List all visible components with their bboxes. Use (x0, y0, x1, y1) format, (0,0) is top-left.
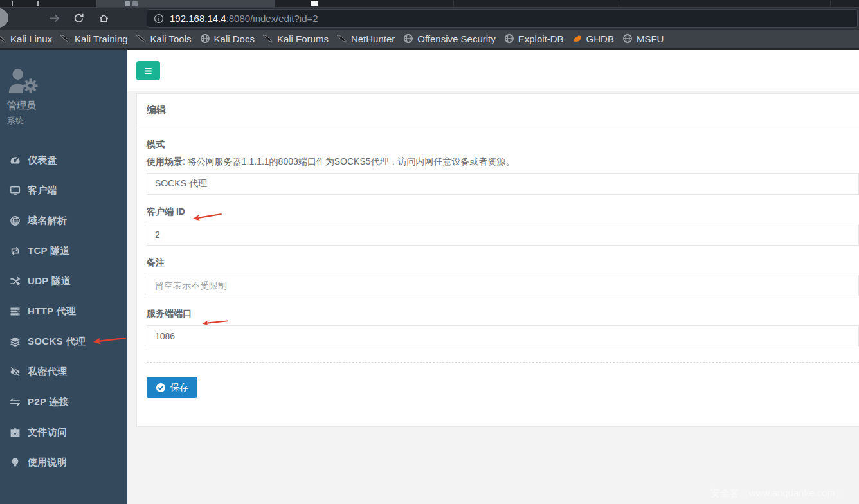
bookmark-kali-linux[interactable]: Kali Linux (0, 33, 52, 44)
bookmark-kali-training[interactable]: Kali Training (60, 33, 128, 44)
bookmark-label: MSFU (637, 33, 664, 44)
main-content: 编辑 模式 使用场景: 将公网服务器1.1.1.1的8003端口作为SOCKS5… (127, 50, 859, 504)
tab-title-fragment (12, 1, 13, 6)
bookmark-label: Exploit-DB (518, 33, 564, 44)
page-favicon-icon (311, 1, 318, 6)
sidebar-item-help[interactable]: 使用说明 (0, 447, 127, 478)
sidebar-item-label: HTTP 代理 (28, 305, 76, 318)
sidebar-item-udp-tunnel[interactable]: UDP 隧道 (0, 266, 127, 296)
tab-icon (132, 1, 138, 6)
eye-slash-icon (8, 366, 22, 377)
active-tab[interactable] (96, 0, 275, 7)
kali-dragon-icon (337, 33, 347, 44)
bird-icon (572, 33, 583, 44)
back-button[interactable] (0, 8, 8, 28)
sidebar-item-socks-proxy[interactable]: SOCKS 代理 (0, 327, 127, 357)
edit-form: 模式 使用场景: 将公网服务器1.1.1.1的8003端口作为SOCKS5代理，… (137, 125, 859, 426)
bookmark-nethunter[interactable]: NetHunter (337, 33, 395, 44)
sidebar-item-domains[interactable]: 域名解析 (0, 206, 127, 236)
kali-dragon-icon (60, 33, 71, 44)
bookmark-label: Kali Docs (214, 33, 255, 44)
briefcase-icon (8, 427, 22, 438)
user-gear-icon (7, 68, 127, 94)
usage-description-text: : 将公网服务器1.1.1.1的8003端口作为SOCKS5代理，访问内网任意设… (183, 156, 515, 166)
browser-tab-bar (0, 0, 859, 8)
tab-divider (830, 1, 831, 6)
globe-icon (622, 33, 633, 44)
sidebar-item-tcp-tunnel[interactable]: TCP 隧道 (0, 236, 127, 266)
home-icon (98, 13, 109, 24)
desktop-icon (8, 185, 22, 196)
sidebar-nav: 仪表盘客户端域名解析TCP 隧道UDP 隧道HTTP 代理SOCKS 代理私密代… (0, 145, 127, 478)
sidebar-item-label: TCP 隧道 (28, 245, 70, 257)
tab-title-fragment (37, 1, 39, 6)
sidebar-item-label: P2P 连接 (28, 396, 69, 408)
server-port-label: 服务端端口 (147, 308, 859, 320)
server-port-input[interactable] (147, 325, 859, 347)
bookmark-exploit-db[interactable]: Exploit-DB (504, 33, 564, 44)
bookmark-label: Kali Tools (150, 33, 192, 44)
watermark: 安全客（www.anquanke.com） (710, 487, 845, 500)
tab-icon (125, 1, 130, 6)
remark-label: 备注 (147, 257, 859, 269)
panel-title: 编辑 (137, 94, 859, 125)
bookmark-msfu[interactable]: MSFU (622, 33, 664, 44)
bookmarks-bar: Kali LinuxKali TrainingKali ToolsKali Do… (0, 30, 859, 50)
globe-wire-icon (8, 215, 22, 226)
check-circle-icon (156, 382, 166, 393)
bookmark-label: Kali Training (75, 33, 128, 44)
sidebar-item-label: 私密代理 (28, 366, 67, 378)
mode-select[interactable]: SOCKS 代理 (147, 173, 859, 195)
url-path: :8080/index/edit?id=2 (226, 13, 318, 24)
sidebar-item-label: UDP 隧道 (28, 275, 71, 287)
client-id-input[interactable] (147, 224, 859, 246)
bookmark-label: Kali Forums (277, 33, 329, 44)
save-button-label: 保存 (170, 382, 188, 393)
bookmark-kali-forums[interactable]: Kali Forums (263, 33, 329, 44)
sidebar: 管理员 系统 仪表盘客户端域名解析TCP 隧道UDP 隧道HTTP 代理SOCK… (0, 50, 127, 504)
sidebar-item-private-proxy[interactable]: 私密代理 (0, 357, 127, 387)
sidebar-item-label: 客户端 (28, 184, 57, 197)
bookmark-offensive-security[interactable]: Offensive Security (403, 33, 495, 44)
bookmark-label: NetHunter (351, 33, 395, 44)
sidebar-item-dashboard[interactable]: 仪表盘 (0, 145, 127, 176)
site-info-icon[interactable] (154, 14, 164, 24)
sidebar-item-label: 域名解析 (28, 215, 67, 227)
kali-dragon-icon (263, 33, 273, 44)
usage-description-bold: 使用场景 (147, 156, 183, 166)
tab-divider (619, 1, 619, 6)
bookmark-kali-docs[interactable]: Kali Docs (200, 33, 255, 44)
globe-icon (504, 33, 514, 44)
sidebar-item-clients[interactable]: 客户端 (0, 176, 127, 206)
browser-toolbar: 192.168.14.4:8080/index/edit?id=2 (0, 8, 859, 30)
reload-button[interactable] (73, 12, 84, 24)
form-divider (147, 362, 859, 363)
forward-icon (49, 13, 60, 24)
address-bar[interactable]: 192.168.14.4:8080/index/edit?id=2 (147, 9, 858, 28)
bookmark-label: Offensive Security (417, 33, 495, 44)
sidebar-item-file-access[interactable]: 文件访问 (0, 417, 127, 447)
user-name: 管理员 (7, 100, 127, 112)
sidebar-item-http-proxy[interactable]: HTTP 代理 (0, 296, 127, 327)
reload-icon (73, 13, 84, 24)
remark-input[interactable] (147, 274, 859, 296)
layers-icon (8, 336, 22, 347)
home-button[interactable] (98, 12, 109, 24)
edit-panel: 编辑 模式 使用场景: 将公网服务器1.1.1.1的8003端口作为SOCKS5… (136, 93, 859, 427)
bookmark-ghdb[interactable]: GHDB (572, 33, 614, 44)
save-button[interactable]: 保存 (147, 377, 197, 398)
server-icon (8, 306, 22, 317)
hamburger-icon (143, 66, 153, 76)
tab-divider (453, 1, 454, 6)
sidebar-toggle-button[interactable] (136, 61, 160, 80)
bookmark-kali-tools[interactable]: Kali Tools (136, 33, 192, 44)
lightbulb-icon (8, 457, 22, 468)
client-id-label: 客户端 ID (147, 206, 859, 218)
mode-select-value: SOCKS 代理 (155, 178, 207, 190)
globe-icon (403, 33, 413, 44)
sidebar-item-label: 使用说明 (28, 456, 67, 469)
usage-description: 使用场景: 将公网服务器1.1.1.1的8003端口作为SOCKS5代理，访问内… (147, 156, 859, 168)
sidebar-item-p2p[interactable]: P2P 连接 (0, 387, 127, 417)
forward-button[interactable] (48, 12, 60, 24)
shuffle-icon (8, 276, 22, 287)
